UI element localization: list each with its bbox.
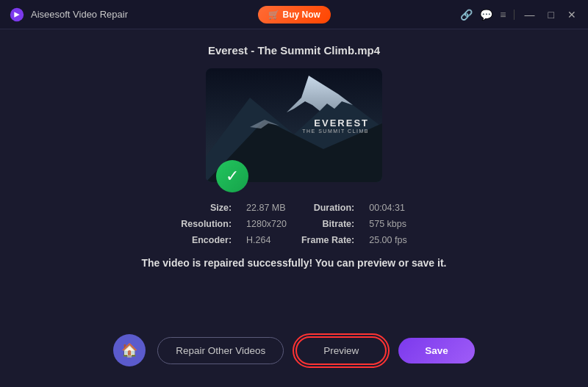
title-bar-center: 🛒 Buy Now xyxy=(258,6,331,23)
minimize-button[interactable]: — xyxy=(522,7,538,22)
bitrate-value: 575 kbps xyxy=(369,219,406,229)
chat-icon[interactable]: 💬 xyxy=(480,9,492,21)
bottom-bar: 🏠 Repair Other Videos Preview Save xyxy=(0,334,588,387)
home-button[interactable]: 🏠 xyxy=(113,334,146,366)
framerate-value: 25.00 fps xyxy=(369,235,406,245)
separator xyxy=(514,10,514,20)
resolution-value: 1280x720 xyxy=(246,219,287,229)
repair-other-videos-button[interactable]: Repair Other Videos xyxy=(157,337,284,364)
menu-icon[interactable]: ≡ xyxy=(500,9,506,21)
success-message: The video is repaired successfully! You … xyxy=(142,257,447,269)
size-label: Size: xyxy=(181,203,232,213)
info-grid: Size: 22.87 MB Duration: 00:04:31 Resolu… xyxy=(181,203,406,245)
video-overlay-text: EVEREST THE SUMMIT CLIMB xyxy=(302,117,369,134)
cart-icon: 🛒 xyxy=(268,10,279,20)
home-icon: 🏠 xyxy=(121,342,137,358)
close-button[interactable]: ✕ xyxy=(564,7,579,22)
title-bar: Aiseesoft Video Repair 🛒 Buy Now 🔗 💬 ≡ —… xyxy=(0,0,588,29)
video-thumbnail-container: EVEREST THE SUMMIT CLIMB ✓ xyxy=(206,68,382,182)
title-bar-left: Aiseesoft Video Repair xyxy=(9,7,128,23)
main-content: Everest - The Summit Climb.mp4 xyxy=(0,29,588,387)
success-checkmark-badge: ✓ xyxy=(216,160,248,192)
duration-value: 00:04:31 xyxy=(369,203,406,213)
resolution-label: Resolution: xyxy=(181,219,232,229)
encoder-value: H.264 xyxy=(246,235,287,245)
encoder-label: Encoder: xyxy=(181,235,232,245)
duration-label: Duration: xyxy=(301,203,354,213)
video-title-overlay: EVEREST xyxy=(302,117,369,129)
preview-button[interactable]: Preview xyxy=(295,336,387,365)
link-icon[interactable]: 🔗 xyxy=(460,9,473,21)
maximize-button[interactable]: □ xyxy=(545,7,557,22)
app-logo-icon xyxy=(9,7,25,23)
bitrate-label: Bitrate: xyxy=(301,219,354,229)
app-title: Aiseesoft Video Repair xyxy=(31,9,128,20)
buy-now-button[interactable]: 🛒 Buy Now xyxy=(258,6,331,23)
save-button[interactable]: Save xyxy=(398,338,475,364)
video-subtitle-overlay: THE SUMMIT CLIMB xyxy=(302,129,369,134)
size-value: 22.87 MB xyxy=(246,203,287,213)
title-bar-right: 🔗 💬 ≡ — □ ✕ xyxy=(460,7,579,22)
file-title: Everest - The Summit Climb.mp4 xyxy=(208,44,380,57)
framerate-label: Frame Rate: xyxy=(301,235,354,245)
